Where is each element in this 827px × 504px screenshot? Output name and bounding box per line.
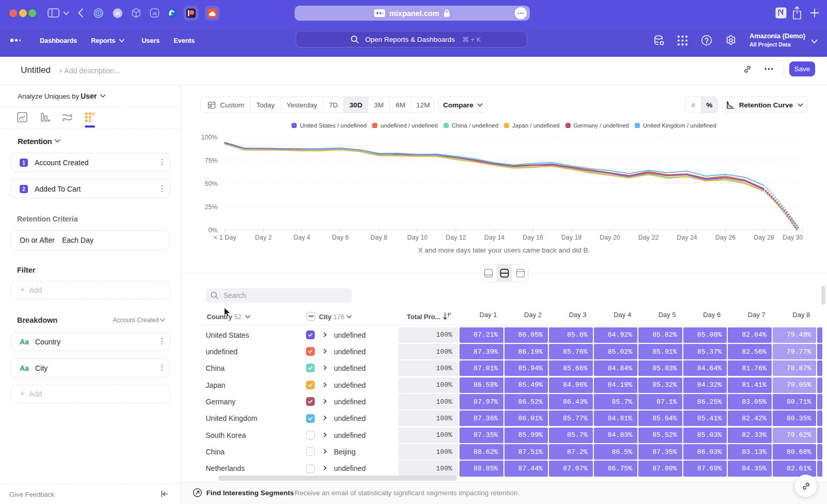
svg-text:< 1 Day: < 1 Day	[213, 234, 236, 241]
svg-text:25%: 25%	[205, 203, 218, 211]
svg-text:Day 26: Day 26	[715, 234, 736, 241]
svg-text:Day 16: Day 16	[523, 234, 543, 241]
svg-text:Day 6: Day 6	[332, 234, 349, 241]
svg-text:m: m	[115, 10, 119, 16]
svg-text:Day 2: Day 2	[255, 234, 272, 241]
svg-text:0%: 0%	[208, 227, 218, 234]
svg-text:Day 14: Day 14	[484, 234, 505, 241]
svg-text:X and more days later your use: X and more days later your users came ba…	[418, 246, 590, 254]
svg-text:Day 22: Day 22	[638, 234, 659, 241]
svg-text:Day 18: Day 18	[561, 234, 582, 241]
svg-text:Day 4: Day 4	[294, 234, 311, 241]
svg-text:75%: 75%	[205, 157, 218, 164]
svg-text:Day 30: Day 30	[783, 234, 803, 241]
svg-text:Day 24: Day 24	[677, 234, 697, 241]
svg-text:Day 10: Day 10	[407, 234, 428, 241]
svg-text:50%: 50%	[205, 180, 218, 187]
svg-text:Day 28: Day 28	[754, 234, 774, 241]
svg-text:Day 20: Day 20	[600, 234, 620, 241]
svg-text:100%: 100%	[201, 134, 218, 141]
svg-text:Day 8: Day 8	[371, 234, 388, 241]
svg-text:JS: JS	[152, 11, 157, 16]
svg-text:Day 12: Day 12	[446, 234, 466, 241]
